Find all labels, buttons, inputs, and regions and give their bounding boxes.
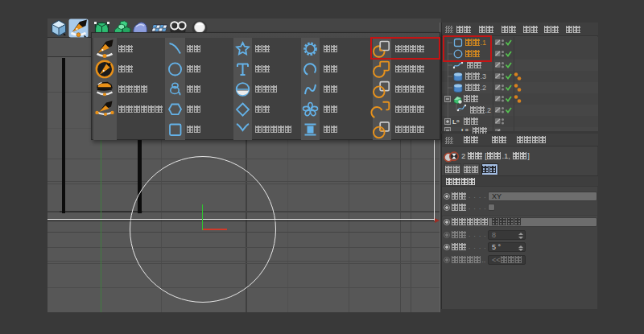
- svg-text:o: o: [456, 118, 460, 123]
- svg-text:o: o: [465, 127, 469, 131]
